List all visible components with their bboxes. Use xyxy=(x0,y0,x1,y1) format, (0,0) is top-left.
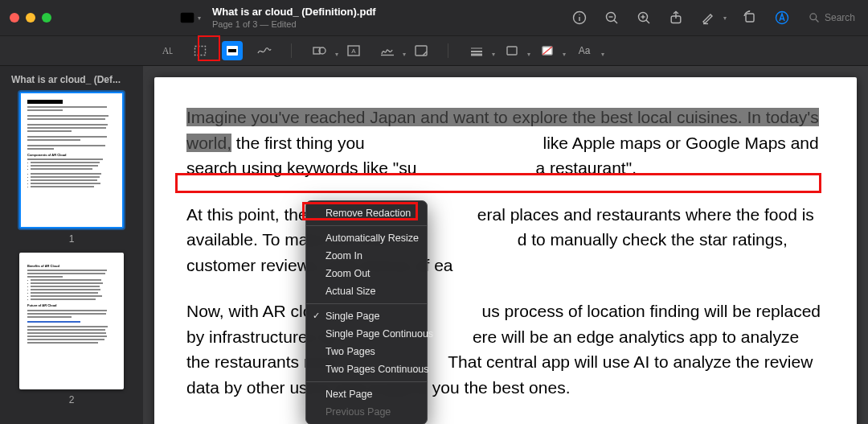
svg-rect-20 xyxy=(195,47,206,56)
border-color-tool[interactable]: ▾ xyxy=(500,41,524,60)
sidebar-title: What is ar cloud_ (Def... xyxy=(8,71,135,92)
thumbnails-sidebar: What is ar cloud_ (Def... Components of … xyxy=(0,66,143,424)
menu-next-page[interactable]: Next Page xyxy=(306,385,427,403)
context-menu: Remove Redaction Automatically Resize Zo… xyxy=(305,200,428,424)
svg-rect-22 xyxy=(228,49,236,52)
document-title-block: What is ar cloud_ (Definition).pdf Page … xyxy=(212,6,376,30)
menu-single-page[interactable]: Single Page xyxy=(306,307,427,325)
menu-remove-redaction[interactable]: Remove Redaction xyxy=(306,204,427,222)
document-viewport[interactable]: Imagine you've reached Japan and want to… xyxy=(143,66,868,424)
toolbar-separator xyxy=(291,43,292,58)
titlebar-actions: ▾ Search xyxy=(571,9,858,27)
sketch-tool[interactable] xyxy=(254,41,275,60)
thumbnail-preview: Components of AR Cloud xyxy=(19,92,124,228)
sidebar-toggle-button[interactable]: ▾ xyxy=(172,10,209,25)
note-tool[interactable] xyxy=(411,41,432,60)
search-placeholder: Search xyxy=(825,12,855,23)
text-select-tool[interactable]: A꜖ xyxy=(158,41,178,60)
redact-tool[interactable] xyxy=(222,41,243,60)
svg-point-18 xyxy=(810,14,817,20)
thumbnail-page-2[interactable]: Benefits of AR Cloud Future of AR Cloud … xyxy=(8,253,135,405)
menu-single-page-continuous[interactable]: Single Page Continuous xyxy=(306,325,427,343)
svg-text:A: A xyxy=(351,47,356,55)
svg-rect-15 xyxy=(746,14,754,22)
page-1: Imagine you've reached Japan and want to… xyxy=(154,77,857,424)
menu-auto-resize[interactable]: Automatically Resize xyxy=(306,229,427,247)
minimize-window-button[interactable] xyxy=(26,13,35,23)
document-title: What is ar cloud_ (Definition).pdf xyxy=(212,6,376,19)
menu-two-pages[interactable]: Two Pages xyxy=(306,343,427,360)
thumbnail-page-1[interactable]: Components of AR Cloud 1 xyxy=(8,92,135,245)
toolbar-separator xyxy=(448,43,448,58)
titlebar: ▾ What is ar cloud_ (Definition).pdf Pag… xyxy=(0,0,868,35)
menu-two-pages-continuous[interactable]: Two Pages Continuous xyxy=(306,360,427,378)
svg-line-6 xyxy=(614,20,617,23)
info-icon[interactable] xyxy=(571,9,588,27)
highlight-icon[interactable] xyxy=(699,9,717,27)
document-body-text[interactable]: Imagine you've reached Japan and want to… xyxy=(186,105,825,400)
sign-tool[interactable]: ▾ xyxy=(375,41,399,60)
markup-toolbar: A꜖ ▾ A ▾ ▾ ▾ ▾ Aa▾ xyxy=(0,35,868,66)
font-tool[interactable]: Aa▾ xyxy=(571,41,598,60)
zoom-in-icon[interactable] xyxy=(635,9,653,27)
fullscreen-window-button[interactable] xyxy=(42,13,51,23)
thumbnail-page-number: 2 xyxy=(69,394,75,405)
markup-toggle-icon[interactable] xyxy=(773,9,791,27)
fill-color-tool[interactable]: ▾ xyxy=(535,41,559,60)
menu-zoom-in[interactable]: Zoom In xyxy=(306,247,427,265)
svg-rect-33 xyxy=(507,47,517,55)
window-controls xyxy=(10,13,51,23)
svg-rect-28 xyxy=(416,46,427,56)
svg-line-19 xyxy=(816,19,819,23)
textbox-tool[interactable]: A xyxy=(343,41,364,60)
document-subtitle: Page 1 of 3 — Edited xyxy=(212,19,376,30)
zoom-out-icon[interactable] xyxy=(603,9,620,27)
shapes-tool[interactable]: ▾ xyxy=(308,41,332,60)
close-window-button[interactable] xyxy=(10,13,19,23)
menu-separator xyxy=(306,303,427,304)
menu-zoom-out[interactable]: Zoom Out xyxy=(306,265,427,282)
border-style-tool[interactable]: ▾ xyxy=(465,41,489,60)
menu-separator xyxy=(306,381,427,382)
svg-point-4 xyxy=(579,14,579,15)
menu-actual-size[interactable]: Actual Size xyxy=(306,282,427,300)
thumbnail-page-number: 1 xyxy=(69,233,75,245)
svg-rect-0 xyxy=(181,13,194,23)
thumbnail-preview: Benefits of AR Cloud Future of AR Cloud xyxy=(19,253,124,389)
search-field[interactable]: Search xyxy=(805,10,858,25)
share-icon[interactable] xyxy=(667,9,685,27)
chevron-down-icon[interactable]: ▾ xyxy=(723,14,727,22)
svg-line-9 xyxy=(646,20,649,23)
rotate-icon[interactable] xyxy=(741,9,759,27)
rect-select-tool[interactable] xyxy=(190,41,211,60)
menu-separator xyxy=(306,225,427,226)
menu-previous-page: Previous Page xyxy=(306,403,427,421)
chevron-down-icon: ▾ xyxy=(198,14,201,22)
